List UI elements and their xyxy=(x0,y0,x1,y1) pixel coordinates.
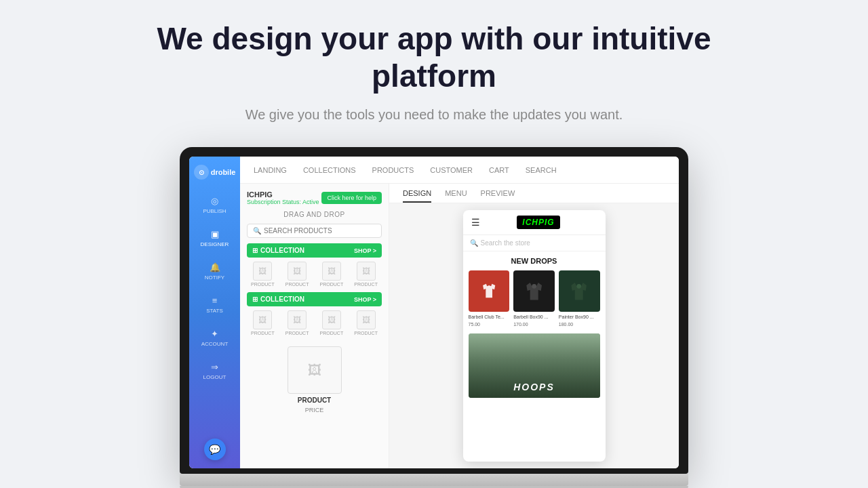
tab-design[interactable]: DESIGN xyxy=(403,189,431,203)
account-icon: ✦ xyxy=(211,329,218,339)
laptop-mockup: ⊙ drobile ◎ PUBLISH ▣ DESIGNER 🔔 NOTIFY xyxy=(180,147,688,488)
search-icon: 🔍 xyxy=(253,227,261,235)
products-grid-1: 🖼 PRODUCT 🖼 PRODUCT 🖼 PRODUCT xyxy=(247,262,382,287)
designer-icon: ▣ xyxy=(211,229,219,239)
main-content: LANDING COLLECTIONS PRODUCTS CUSTOMER CA… xyxy=(240,157,679,468)
featured-product: 🖼 PRODUCT PRICE xyxy=(247,346,382,413)
banner-text: HOOPS xyxy=(513,382,555,392)
builder-header: ICHPIG Subscription Status: Active Click… xyxy=(247,190,382,205)
preview-tabs: DESIGN MENU PREVIEW xyxy=(389,184,679,203)
product-thumb-img-7: 🖼 xyxy=(322,310,341,329)
product-card-img-2 xyxy=(513,270,555,312)
laptop-screen-outer: ⊙ drobile ◎ PUBLISH ▣ DESIGNER 🔔 NOTIFY xyxy=(180,147,688,474)
mobile-product-card-2[interactable]: Barbell Box90 ... 170.00 xyxy=(513,270,555,327)
collection-row-2-left: ⊞ COLLECTION xyxy=(252,296,304,303)
mobile-product-price-2: 170.00 xyxy=(513,322,555,327)
featured-product-price: PRICE xyxy=(305,407,324,413)
sidebar-item-logout[interactable]: ⇒ LOGOUT xyxy=(189,359,240,383)
nav-item-collections[interactable]: COLLECTIONS xyxy=(303,165,356,176)
product-thumb-1: 🖼 PRODUCT xyxy=(247,262,279,287)
store-name: ICHPIG xyxy=(247,190,319,199)
product-thumb-img-1: 🖼 xyxy=(253,262,272,281)
nav-item-products[interactable]: PRODUCTS xyxy=(372,165,414,176)
builder-panel: ICHPIG Subscription Status: Active Click… xyxy=(240,184,389,468)
mobile-menu-icon: ☰ xyxy=(471,217,480,228)
tab-preview[interactable]: PREVIEW xyxy=(481,189,515,203)
mobile-product-name-3: Painter Box90 ... xyxy=(559,314,600,320)
product-thumb-6: 🖼 PRODUCT xyxy=(281,310,313,336)
mobile-product-price-1: 75.00 xyxy=(469,322,510,327)
shop-link-1[interactable]: SHOP > xyxy=(354,247,376,254)
product-label-5: PRODUCT xyxy=(251,331,275,336)
mobile-search-text: Search the store xyxy=(481,239,530,247)
mobile-search-icon: 🔍 xyxy=(470,239,478,247)
product-label-1: PRODUCT xyxy=(251,282,275,287)
svg-point-0 xyxy=(532,284,536,289)
shop-link-2[interactable]: SHOP > xyxy=(354,296,376,303)
notify-icon: 🔔 xyxy=(210,262,220,272)
collection-row-1[interactable]: ⊞ COLLECTION SHOP > xyxy=(247,243,382,258)
nav-item-cart[interactable]: CART xyxy=(489,165,509,176)
product-label-4: PRODUCT xyxy=(354,282,378,287)
product-label-7: PRODUCT xyxy=(320,331,344,336)
mobile-product-card-3[interactable]: Painter Box90 ... 180.00 xyxy=(559,270,600,327)
products-grid-2: 🖼 PRODUCT 🖼 PRODUCT 🖼 PRODUCT xyxy=(247,310,382,336)
product-thumb-img-6: 🖼 xyxy=(288,310,307,329)
laptop-screen-inner: ⊙ drobile ◎ PUBLISH ▣ DESIGNER 🔔 NOTIFY xyxy=(189,157,679,468)
chat-button[interactable]: 💬 xyxy=(204,439,226,460)
mobile-preview: ☰ ICHPIG 🔍 Search the store xyxy=(389,203,679,468)
product-thumb-img-8: 🖼 xyxy=(357,310,376,329)
product-label-6: PRODUCT xyxy=(285,331,309,336)
nav-item-search[interactable]: SEARCH xyxy=(526,165,557,176)
mobile-product-name-1: Barbell Club Te... xyxy=(469,314,510,320)
mobile-store-logo: ICHPIG xyxy=(517,216,559,229)
product-thumb-2: 🖼 PRODUCT xyxy=(281,262,313,287)
publish-icon: ◎ xyxy=(211,196,218,206)
sidebar-logo: ⊙ drobile xyxy=(194,165,236,180)
mobile-banner: HOOPS xyxy=(469,333,600,398)
product-thumb-8: 🖼 PRODUCT xyxy=(350,310,382,336)
product-thumb-img-5: 🖼 xyxy=(253,310,272,329)
product-label-8: PRODUCT xyxy=(354,331,378,336)
product-thumb-5: 🖼 PRODUCT xyxy=(247,310,279,336)
nav-item-landing[interactable]: LANDING xyxy=(254,165,287,176)
mobile-search-bar[interactable]: 🔍 Search the store xyxy=(463,235,606,251)
sidebar: ⊙ drobile ◎ PUBLISH ▣ DESIGNER 🔔 NOTIFY xyxy=(189,157,240,468)
product-thumb-img-3: 🖼 xyxy=(322,262,341,281)
sidebar-item-stats[interactable]: ≡ STATS xyxy=(189,293,240,317)
sidebar-item-account[interactable]: ✦ ACCOUNT xyxy=(189,326,240,350)
collection-icon-2: ⊞ xyxy=(252,296,258,303)
drag-drop-label: DRAG AND DROP xyxy=(247,211,382,218)
nav-item-customer[interactable]: CUSTOMER xyxy=(430,165,473,176)
banner-person: HOOPS xyxy=(469,333,600,398)
app-shell: ⊙ drobile ◎ PUBLISH ▣ DESIGNER 🔔 NOTIFY xyxy=(189,157,679,468)
help-button[interactable]: Click here for help xyxy=(321,192,382,204)
sidebar-item-designer[interactable]: ▣ DESIGNER xyxy=(189,226,240,250)
product-card-img-3 xyxy=(559,270,600,312)
mobile-content: NEW DROPS xyxy=(463,251,606,462)
top-nav-items: LANDING COLLECTIONS PRODUCTS CUSTOMER CA… xyxy=(254,165,557,176)
collection-row-2[interactable]: ⊞ COLLECTION SHOP > xyxy=(247,292,382,306)
stats-icon: ≡ xyxy=(212,296,218,306)
product-thumb-img-4: 🖼 xyxy=(357,262,376,281)
mobile-product-card-1[interactable]: Barbell Club Te... 75.00 xyxy=(469,270,510,327)
mobile-header: ☰ ICHPIG xyxy=(463,210,606,235)
hero-title: We design your app with our intuitive pl… xyxy=(129,20,739,95)
collection-icon-1: ⊞ xyxy=(252,247,258,254)
product-card-img-1 xyxy=(469,270,510,312)
store-info: ICHPIG Subscription Status: Active xyxy=(247,190,319,205)
collection-row-1-left: ⊞ COLLECTION xyxy=(252,247,304,254)
tab-menu[interactable]: MENU xyxy=(445,189,467,203)
svg-point-1 xyxy=(577,284,582,289)
search-products-input[interactable] xyxy=(264,227,376,235)
search-products-field: 🔍 xyxy=(247,224,382,238)
top-nav: LANDING COLLECTIONS PRODUCTS CUSTOMER CA… xyxy=(240,157,679,184)
sidebar-bottom: 💬 xyxy=(204,439,226,460)
product-thumb-3: 🖼 PRODUCT xyxy=(316,262,348,287)
new-drops-title: NEW DROPS xyxy=(469,257,600,265)
store-status: Subscription Status: Active xyxy=(247,199,319,205)
featured-product-name: PRODUCT xyxy=(298,396,331,404)
sidebar-item-publish[interactable]: ◎ PUBLISH xyxy=(189,193,240,217)
sidebar-item-notify[interactable]: 🔔 NOTIFY xyxy=(189,260,240,283)
product-thumb-4: 🖼 PRODUCT xyxy=(350,262,382,287)
